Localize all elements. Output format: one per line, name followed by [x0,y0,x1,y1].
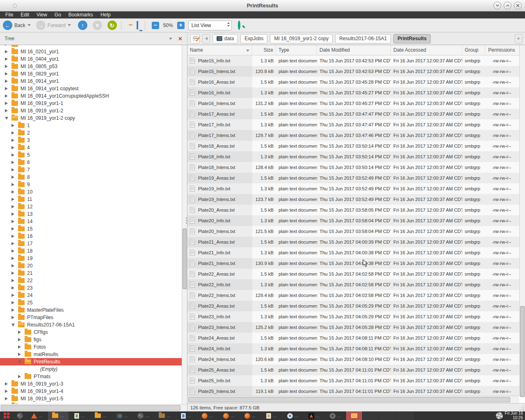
expander-icon[interactable] [11,241,15,247]
tree-item-10[interactable]: 10 [0,188,187,196]
expander-icon[interactable] [11,233,15,239]
forward-button[interactable]: → Forward [36,21,66,30]
expander-icon[interactable] [5,64,9,69]
tree-item-20[interactable]: 20 [0,262,187,269]
file-row[interactable]: Plate20_Areas.txt1.5 kBplain text docume… [187,205,519,215]
expander-icon[interactable] [5,396,9,402]
maximize-button[interactable] [504,2,511,9]
path-segment-expjobs[interactable]: ExpJobs [240,34,267,43]
tree-item-1[interactable]: 1 [0,122,187,129]
up-button[interactable]: ↑ [78,21,87,30]
expander-icon[interactable] [5,115,9,121]
column-header-date-modified[interactable]: Date Modified [317,45,391,55]
expander-icon[interactable] [5,108,9,114]
file-row[interactable]: Plate21_Areas.txt1.5 kBplain text docume… [187,237,519,247]
file-row[interactable]: Plate17_Areas.txt1.5 kBplain text docume… [187,109,519,119]
firefox-window-button[interactable]: ... [218,411,240,420]
tree-item-22[interactable]: 22 [0,277,187,284]
scrollbar-thumb[interactable] [183,228,187,289]
tree-vertical-scrollbar[interactable] [182,45,187,404]
tree-item-mi-16-0201-yor1[interactable]: MI 16_0201_yor1 [0,48,187,55]
matlab-window-button[interactable]: ... [26,411,48,420]
menu-item-help[interactable]: Help [97,11,114,18]
tree-item-mi-16-0829-yor1[interactable]: MI 16_0829_yor1 [0,70,187,78]
file-row[interactable]: Plate16_Intens.txt131.2 kBplain text doc… [187,98,519,109]
expander-icon[interactable] [11,211,15,217]
tree-item-mi-16-0805-p53[interactable]: MI 16_0805_p53 [0,63,187,70]
pane-splitter[interactable] [186,217,187,219]
tree-item-results2017-06-15a1[interactable]: Results2017-06-15A1 [0,321,187,329]
expander-icon[interactable] [18,359,22,365]
tree-item-5[interactable]: 5 [0,151,187,159]
path-segment-data[interactable]: data [212,34,238,43]
column-header-date-accessed[interactable]: Date Accessed [391,45,462,55]
column-header-permissions[interactable]: Permissions [485,45,518,55]
printresults-window-button[interactable] [346,411,362,420]
file-manager-window-button[interactable]: ... [48,411,69,420]
tree-item-mi-16-0919-yor1-5[interactable]: MI 16_0919_yor1-5 [0,395,187,402]
expander-icon[interactable] [11,285,15,291]
expander-icon[interactable] [11,189,15,195]
tree-item-masterplatefiles[interactable]: MasterPlateFiles [0,306,187,314]
expander-icon[interactable] [11,219,15,224]
expander-icon[interactable] [11,160,15,165]
refresh-button[interactable]: ↻ [107,21,117,30]
tree-item-partial[interactable] [0,45,187,48]
tree-item-14[interactable]: 14 [0,218,187,225]
tree-item-mi-16-0919-yor1-2-copy[interactable]: MI 16_0919_yor1-2 copy [0,114,187,122]
path-segment-results2017-06-15a1[interactable]: Results2017-06-15A1 [335,34,391,43]
firefox-window-button[interactable]: ... [240,411,261,420]
tree-item-cffigs[interactable]: CFfigs [0,329,187,336]
expander-icon[interactable] [5,93,9,99]
file-row[interactable]: Plate16_Areas.txt1.5 kBplain text docume… [187,77,519,87]
tree-item-21[interactable]: 21 [0,269,187,277]
column-header-size[interactable]: Size [252,45,276,55]
tree-item-25[interactable]: 25 [0,299,187,306]
list-vertical-scrollbar[interactable] [519,45,525,396]
tree-item-3[interactable]: 3 [0,137,187,144]
expander-icon[interactable] [11,256,15,261]
terminal-window-button[interactable]: >_... [133,411,154,420]
expander-icon[interactable] [5,49,9,55]
edit-location-toggle[interactable] [190,34,200,43]
expander-icon[interactable] [11,278,15,283]
tree-item-matresults[interactable]: matResults [0,351,187,358]
file-row[interactable]: Plate22_Info.txt1.3 kBplain text documen… [187,279,519,290]
file-row[interactable]: Plate18_Intens.txt128.4 kBplain text doc… [187,162,519,173]
clock-applet[interactable]: Fri Jun 16 10:26 [496,411,523,420]
tree-item-13[interactable]: 13 [0,210,187,218]
file-row[interactable]: Plate25_Areas.txt1.5 kBplain text docume… [187,365,519,375]
expander-icon[interactable] [11,130,15,136]
tree-item-mi-16-0404-yor1[interactable]: MI 16_0404_yor1 [0,55,187,63]
menu-item-file[interactable]: File [2,11,17,18]
expander-icon[interactable] [11,137,15,143]
scrollbar-thumb[interactable] [1,405,180,411]
zoom-in-button[interactable]: + [177,22,185,29]
path-segment-printresults[interactable]: PrintResults [393,34,431,43]
tree-item-mi-16-0914-yor1-copytest[interactable]: MI 16_0914_yor1 copytest [0,85,187,92]
file-row[interactable]: Plate24_Areas.txt1.5 kBplain text docume… [187,333,519,343]
resize-grip[interactable] [523,409,524,411]
file-row[interactable]: Plate17_Info.txt1.3 kBplain text documen… [187,119,519,130]
tree-item-15[interactable]: 15 [0,225,187,233]
tree-item-19[interactable]: 19 [0,255,187,262]
path-scroll-right-button[interactable] [515,34,523,43]
file-row[interactable]: Plate22_Intens.txt129.4 kBplain text doc… [187,290,519,301]
file-row[interactable]: Plate15_Intens.txt120.8 kBplain text doc… [187,66,519,77]
tree-horizontal-scrollbar[interactable] [0,404,187,411]
expander-icon[interactable] [18,337,22,342]
expander-icon[interactable] [18,374,22,379]
tree-item-2[interactable]: 2 [0,129,187,137]
expander-icon[interactable] [11,182,15,187]
file-row[interactable]: Plate20_Intens.txt121.5 kBplain text doc… [187,226,519,237]
scrollbar-thumb[interactable] [520,306,525,397]
column-header-name[interactable]: Name [187,45,252,55]
tree-item-mi-16-0914-yor1[interactable]: MI 16_0914_yor1 [0,78,187,85]
file-row[interactable]: Plate21_Info.txt1.3 kBplain text documen… [187,247,519,258]
file-row[interactable]: Plate25_Info.txt1.3 kBplain text documen… [187,375,519,386]
tree-item-17[interactable]: 17 [0,240,187,247]
tree-item-mi-16-0919-yor1-1[interactable]: MI 16_0919_yor1-1 [0,100,187,107]
tree-item-11[interactable]: 11 [0,196,187,203]
scrollbar-thumb[interactable] [188,397,510,402]
list-horizontal-scrollbar[interactable] [187,396,519,403]
